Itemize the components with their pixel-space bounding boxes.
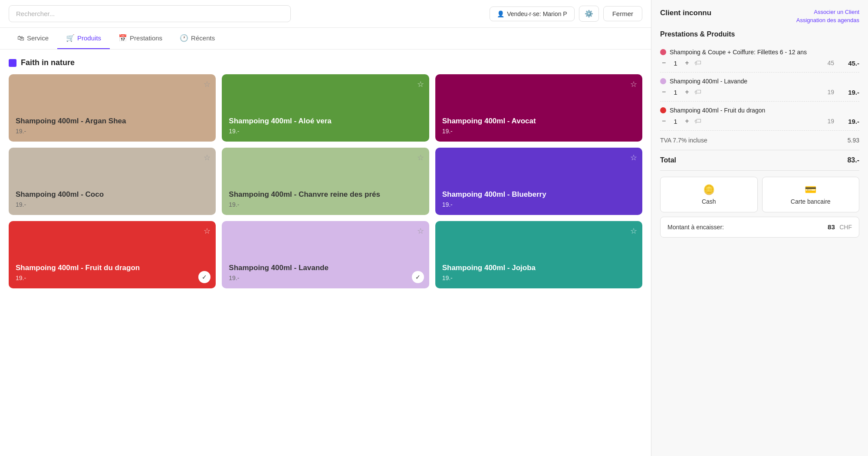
- product-card[interactable]: ☆ Shampoing 400ml - Fruit du dragon 19.-…: [9, 221, 216, 288]
- produits-icon: 🛒: [66, 34, 75, 42]
- star-button[interactable]: ☆: [417, 226, 424, 236]
- tab-produits[interactable]: 🛒 Produits: [57, 28, 110, 49]
- product-name: Shampoing 400ml - Avocat: [442, 116, 635, 126]
- amount-label: Montant à encaisser:: [667, 224, 724, 231]
- tva-row: TVA 7.7% incluse 5.93: [660, 131, 859, 150]
- cash-button[interactable]: 🪙 Cash: [660, 177, 758, 212]
- content-area: Faith in nature ☆ Shampoing 400ml - Arga…: [0, 50, 651, 456]
- star-button[interactable]: ☆: [630, 226, 637, 236]
- tab-prestations[interactable]: 📅 Prestations: [110, 28, 171, 49]
- product-price: 19.-: [442, 201, 635, 208]
- service-icon: 🛍: [17, 34, 24, 42]
- qty-plus-button[interactable]: +: [683, 88, 690, 96]
- top-bar: 👤 Vendeu·r·se: Marion P ⚙️ Fermer: [0, 0, 651, 28]
- client-section: Client inconnu Associer un Client Assign…: [660, 9, 859, 23]
- item-price: 19: [821, 118, 834, 125]
- product-name: Shampoing 400ml - Argan Shea: [16, 116, 209, 126]
- qty-value: 1: [671, 118, 680, 125]
- item-name: Shampoing 400ml - Lavande: [670, 78, 859, 85]
- product-price: 19.-: [16, 128, 209, 135]
- product-card[interactable]: ☆ Shampoing 400ml - Chanvre reine des pr…: [222, 148, 429, 215]
- tab-service-label: Service: [27, 34, 49, 42]
- item-total: 45.-: [838, 59, 859, 67]
- tab-prestations-label: Prestations: [130, 34, 162, 42]
- tag-button[interactable]: 🏷: [694, 59, 701, 67]
- star-button[interactable]: ☆: [417, 153, 424, 162]
- assign-agenda-link[interactable]: Assignation des agendas: [796, 17, 859, 23]
- product-price: 19.-: [229, 128, 422, 135]
- star-button[interactable]: ☆: [417, 79, 424, 89]
- product-price: 19.-: [229, 201, 422, 208]
- check-badge: ✓: [412, 271, 424, 283]
- card-button[interactable]: 💳 Carte bancaire: [762, 177, 860, 212]
- tab-recents[interactable]: 🕐 Récents: [171, 28, 224, 49]
- amount-row: Montant à encaisser: 83 CHF: [660, 217, 859, 238]
- order-item: Shampoing 400ml - Fruit du dragon − 1 + …: [660, 102, 859, 131]
- search-input[interactable]: [9, 5, 291, 22]
- tabs-bar: 🛍 Service 🛒 Produits 📅 Prestations 🕐 Réc…: [0, 28, 651, 50]
- seller-icon: 👤: [497, 10, 504, 17]
- card-icon: 💳: [805, 184, 816, 195]
- qty-minus-button[interactable]: −: [660, 117, 667, 125]
- star-button[interactable]: ☆: [630, 79, 637, 89]
- category-name: Faith in nature: [21, 58, 75, 67]
- star-button[interactable]: ☆: [204, 226, 210, 236]
- product-price: 19.-: [16, 274, 209, 281]
- item-name: Shampoing 400ml - Fruit du dragon: [670, 107, 859, 114]
- tab-produits-label: Produits: [77, 34, 101, 42]
- item-color-dot: [660, 49, 666, 55]
- product-card[interactable]: ☆ Shampoing 400ml - Aloé vera 19.-: [222, 74, 429, 142]
- total-row: Total 83.-: [660, 150, 859, 171]
- product-card[interactable]: ☆ Shampoing 400ml - Blueberry 19.-: [435, 148, 642, 215]
- product-card[interactable]: ☆ Shampoing 400ml - Jojoba 19.-: [435, 221, 642, 288]
- item-name: Shampoing & Coupe + Coiffure: Fillettes …: [670, 49, 859, 56]
- qty-plus-button[interactable]: +: [683, 59, 690, 67]
- qty-minus-button[interactable]: −: [660, 88, 667, 96]
- product-card[interactable]: ☆ Shampoing 400ml - Avocat 19.-: [435, 74, 642, 142]
- product-card[interactable]: ☆ Shampoing 400ml - Lavande 19.- ✓: [222, 221, 429, 288]
- tva-value: 5.93: [848, 137, 859, 144]
- product-card[interactable]: ☆ Shampoing 400ml - Argan Shea 19.-: [9, 74, 216, 142]
- right-panel: Client inconnu Associer un Client Assign…: [651, 0, 868, 456]
- settings-button[interactable]: ⚙️: [579, 6, 599, 22]
- client-links: Associer un Client Assignation des agend…: [796, 9, 859, 23]
- qty-minus-button[interactable]: −: [660, 59, 667, 67]
- recents-icon: 🕐: [180, 34, 188, 42]
- amount-currency: CHF: [839, 224, 852, 231]
- close-button[interactable]: Fermer: [603, 6, 642, 21]
- amount-display: 83 CHF: [828, 223, 852, 231]
- total-label: Total: [660, 156, 676, 164]
- associate-client-link[interactable]: Associer un Client: [814, 9, 859, 15]
- qty-value: 1: [671, 59, 680, 67]
- qty-plus-button[interactable]: +: [683, 117, 690, 125]
- item-color-dot: [660, 107, 666, 113]
- tag-button[interactable]: 🏷: [694, 117, 701, 125]
- seller-button[interactable]: 👤 Vendeu·r·se: Marion P: [490, 7, 575, 21]
- product-name: Shampoing 400ml - Jojoba: [442, 263, 635, 273]
- product-name: Shampoing 400ml - Lavande: [229, 263, 422, 273]
- tag-button[interactable]: 🏷: [694, 88, 701, 96]
- product-name: Shampoing 400ml - Fruit du dragon: [16, 263, 209, 273]
- product-card[interactable]: ☆ Shampoing 400ml - Coco 19.-: [9, 148, 216, 215]
- total-value: 83.-: [847, 156, 859, 164]
- product-name: Shampoing 400ml - Coco: [16, 190, 209, 199]
- item-price: 45: [821, 59, 834, 66]
- star-button[interactable]: ☆: [630, 153, 637, 162]
- product-name: Shampoing 400ml - Aloé vera: [229, 116, 422, 126]
- star-button[interactable]: ☆: [204, 153, 210, 162]
- tab-service[interactable]: 🛍 Service: [9, 28, 57, 49]
- product-name: Shampoing 400ml - Chanvre reine des prés: [229, 190, 422, 199]
- category-header: Faith in nature: [9, 58, 642, 67]
- product-price: 19.-: [16, 201, 209, 208]
- order-item: Shampoing & Coupe + Coiffure: Fillettes …: [660, 43, 859, 73]
- cash-icon: 🪙: [703, 184, 715, 195]
- tab-recents-label: Récents: [191, 34, 215, 42]
- item-total: 19.-: [838, 89, 859, 96]
- order-items: Shampoing & Coupe + Coiffure: Fillettes …: [660, 43, 859, 131]
- gear-icon: ⚙️: [585, 10, 593, 17]
- product-name: Shampoing 400ml - Blueberry: [442, 190, 635, 199]
- star-button[interactable]: ☆: [204, 79, 210, 89]
- card-label: Carte bancaire: [791, 198, 831, 205]
- cash-label: Cash: [702, 198, 716, 205]
- payment-buttons: 🪙 Cash 💳 Carte bancaire: [660, 177, 859, 212]
